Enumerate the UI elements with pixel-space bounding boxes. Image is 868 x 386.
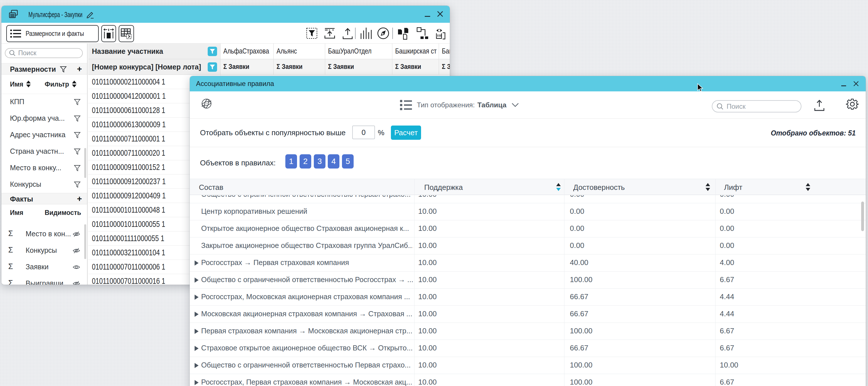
table-view-button[interactable] bbox=[119, 25, 134, 42]
dimensions-scrollbar[interactable] bbox=[84, 148, 86, 178]
dialog-search[interactable] bbox=[712, 100, 801, 113]
presentation-mode-icon[interactable] bbox=[434, 27, 447, 40]
expand-icon[interactable] bbox=[195, 363, 198, 368]
rule-size-button-1[interactable]: 1 bbox=[285, 154, 297, 169]
rules-table-scrollbar[interactable] bbox=[861, 202, 864, 231]
fact-item[interactable]: Σ Конкурсы bbox=[1, 242, 87, 259]
fact-item[interactable]: Σ Заявки bbox=[1, 259, 87, 275]
column-width-button[interactable] bbox=[101, 25, 116, 42]
filter-icon[interactable] bbox=[74, 115, 81, 122]
rule-size-button-3[interactable]: 3 bbox=[314, 154, 326, 169]
filter-icon[interactable] bbox=[74, 181, 81, 188]
display-type-select[interactable]: Тип отображения: Таблица bbox=[399, 98, 520, 112]
dialog-minimize-button[interactable] bbox=[841, 85, 846, 86]
rules-row[interactable]: Росгосстрах, Московская акционерная стра… bbox=[190, 289, 866, 306]
rules-row[interactable]: Росгосстрах → Первая страховая компания1… bbox=[190, 255, 866, 272]
measure-header[interactable]: Σ Заявки bbox=[274, 59, 325, 75]
col-support[interactable]: Поддержка bbox=[424, 183, 463, 192]
expand-icon[interactable] bbox=[195, 295, 198, 300]
facts-scrollbar[interactable] bbox=[84, 224, 86, 259]
rules-row[interactable]: Общество с ограниченной ответственностью… bbox=[190, 195, 866, 203]
sort-icon-confidence[interactable] bbox=[706, 183, 710, 191]
sort-icon[interactable] bbox=[72, 80, 77, 88]
measure-header[interactable]: Σ Заявки bbox=[392, 59, 439, 75]
filter-icon[interactable] bbox=[74, 165, 81, 172]
rules-row[interactable]: Закрытое акционерное общество Страховая … bbox=[190, 237, 866, 255]
dimension-item[interactable]: Страна участн... bbox=[1, 144, 87, 160]
sidebar-search[interactable] bbox=[5, 48, 83, 58]
add-dimension-button[interactable]: + bbox=[77, 64, 82, 73]
rules-row[interactable]: Центр корпоративных решений10.000.000.00 bbox=[190, 203, 866, 220]
column-header[interactable]: Альянс bbox=[274, 43, 325, 59]
filter-button[interactable] bbox=[208, 47, 217, 56]
col-filter-label[interactable]: Фильтр bbox=[45, 81, 69, 88]
col-visibility-label[interactable]: Видимость bbox=[45, 209, 81, 217]
expand-icon[interactable] bbox=[195, 261, 198, 266]
add-fact-button[interactable]: + bbox=[77, 194, 82, 203]
rules-row[interactable]: Первая страховая компания → Московская а… bbox=[190, 323, 866, 340]
sort-icon-lift[interactable] bbox=[806, 183, 810, 191]
dialog-search-input[interactable] bbox=[726, 102, 789, 111]
calculate-button[interactable]: Расчет bbox=[391, 125, 421, 140]
sidebar-search-input[interactable] bbox=[18, 49, 69, 57]
fact-item[interactable]: Σ Место в кон... bbox=[1, 226, 87, 242]
filter-icon[interactable] bbox=[74, 98, 81, 106]
rules-row[interactable]: Московская акционерная страховая компани… bbox=[190, 306, 866, 323]
sort-icon-support[interactable] bbox=[556, 183, 561, 191]
rule-size-button-2[interactable]: 2 bbox=[300, 154, 311, 169]
eye-off-icon[interactable] bbox=[72, 247, 80, 254]
main-window-titlebar[interactable]: Мультисфера - Закупки bbox=[1, 6, 450, 23]
dimensions-section-header[interactable]: Размерности + bbox=[1, 63, 87, 75]
copy-documents-icon[interactable] bbox=[397, 27, 410, 40]
close-button[interactable] bbox=[437, 10, 443, 18]
edit-title-icon[interactable] bbox=[86, 10, 94, 19]
measure-header[interactable]: Σ Заявки bbox=[439, 59, 450, 75]
column-header[interactable]: АльфаСтрахова bbox=[220, 43, 274, 59]
expand-icon[interactable] bbox=[195, 329, 198, 334]
hierarchy-icon[interactable] bbox=[416, 27, 429, 39]
minimize-button[interactable] bbox=[425, 16, 430, 17]
measure-header[interactable]: Σ Заявки bbox=[220, 59, 274, 75]
column-header[interactable]: Башкирская ст bbox=[392, 43, 439, 59]
export-icon[interactable] bbox=[813, 99, 825, 111]
facts-section-header[interactable]: Факты + bbox=[1, 193, 87, 204]
col-name-label[interactable]: Имя bbox=[10, 81, 23, 88]
col-composition[interactable]: Состав bbox=[199, 183, 223, 192]
filter-icon[interactable] bbox=[74, 131, 81, 139]
expand-icon[interactable] bbox=[195, 277, 198, 283]
rule-size-button-4[interactable]: 4 bbox=[328, 154, 339, 169]
dialog-close-button[interactable] bbox=[853, 81, 859, 87]
filter-button[interactable] bbox=[208, 62, 217, 72]
col-name-label[interactable]: Имя bbox=[10, 209, 23, 217]
fact-item[interactable]: Σ Выигравши... bbox=[1, 275, 87, 285]
dimension-item[interactable]: Адрес участника bbox=[1, 127, 87, 144]
sort-icon[interactable] bbox=[26, 80, 31, 88]
expand-icon[interactable] bbox=[195, 312, 198, 317]
rules-row[interactable]: Общество с ограниченной ответственностью… bbox=[190, 357, 866, 374]
filter-icon[interactable] bbox=[74, 148, 81, 155]
expand-icon[interactable] bbox=[195, 380, 198, 385]
chart-icon[interactable] bbox=[360, 27, 372, 39]
column-header[interactable]: БашУралОтдел bbox=[325, 43, 392, 59]
dimension-item[interactable]: Место в конку... bbox=[1, 160, 87, 177]
load-view-icon[interactable] bbox=[324, 27, 336, 39]
filter-selection-icon[interactable] bbox=[306, 27, 317, 39]
expand-icon[interactable] bbox=[195, 346, 198, 351]
globe-icon[interactable] bbox=[200, 98, 213, 110]
rules-row[interactable]: Страховое открытое акционерное общество … bbox=[190, 340, 866, 357]
filter-icon[interactable] bbox=[60, 66, 67, 73]
rule-size-button-5[interactable]: 5 bbox=[342, 154, 353, 169]
rules-row[interactable]: Росгосстрах, Первая страховая компания →… bbox=[190, 374, 866, 386]
gear-icon[interactable] bbox=[846, 98, 859, 111]
dialog-titlebar[interactable]: Ассоциативные правила bbox=[190, 76, 866, 91]
col-confidence[interactable]: Достоверность bbox=[573, 183, 625, 192]
eye-icon[interactable] bbox=[72, 264, 80, 271]
dimension-item[interactable]: КПП bbox=[1, 94, 87, 111]
dimension-item[interactable]: Юр.форма уча... bbox=[1, 111, 87, 127]
export-icon[interactable] bbox=[342, 27, 353, 39]
popularity-input[interactable] bbox=[352, 125, 375, 139]
col-lift[interactable]: Лифт bbox=[724, 183, 742, 192]
dimension-item[interactable]: Конкурсы bbox=[1, 177, 87, 193]
eye-off-icon[interactable] bbox=[72, 231, 80, 238]
compass-icon[interactable] bbox=[377, 27, 390, 39]
